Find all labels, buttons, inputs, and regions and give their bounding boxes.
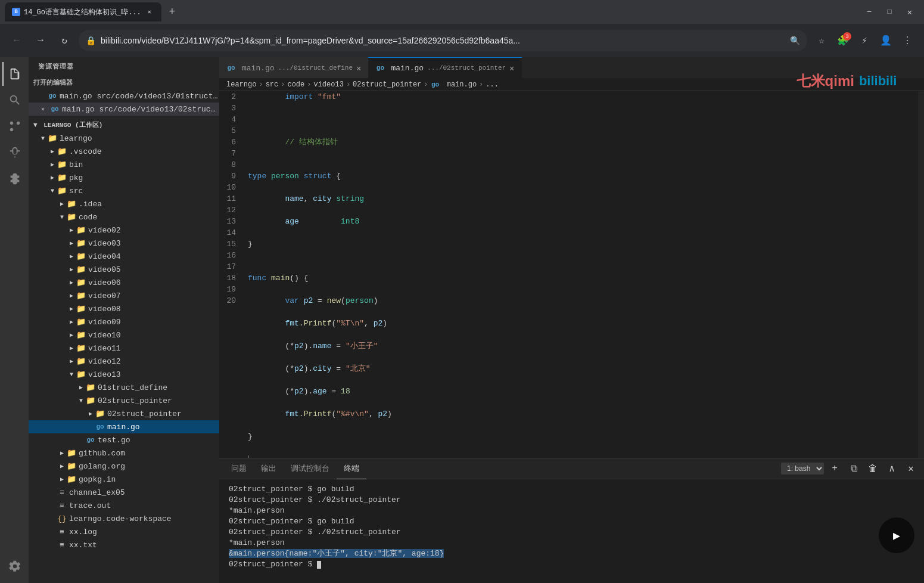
open-file-2[interactable]: ✕ go main.go src/code/video13/02struct_p… <box>29 103 219 116</box>
bc-src[interactable]: src <box>266 80 279 89</box>
tree-vscode[interactable]: ▶ 📁 .vscode <box>29 145 219 158</box>
ln-17: 17 <box>219 261 236 272</box>
term-line-1: 02struct_pointer $ go build <box>229 484 914 495</box>
tree-channel[interactable]: ≡ channel_ex05 <box>29 486 219 499</box>
tree-video03[interactable]: ▶ 📁 video03 <box>29 237 219 250</box>
folder-icon: 📁 <box>76 238 86 248</box>
tree-workspace[interactable]: {} learngo.code-workspace <box>29 512 219 525</box>
tree-src[interactable]: ▼ 📁 src <box>29 184 219 197</box>
tree-video13[interactable]: ▼ 📁 video13 <box>29 368 219 381</box>
term-line-4: 02struct_pointer $ go build <box>229 516 914 527</box>
activity-debug[interactable] <box>2 141 26 165</box>
tree-xxlog[interactable]: ≡ xx.log <box>29 525 219 538</box>
split-terminal-btn[interactable]: ⧉ <box>845 460 862 477</box>
terminal-dropdown[interactable]: 1: bash <box>781 463 824 475</box>
tree-02struct-sub[interactable]: ▶ 📁 02struct_pointer <box>29 407 219 420</box>
tree-video10[interactable]: ▶ 📁 video10 <box>29 328 219 342</box>
bc-02struct[interactable]: 02struct_pointer <box>353 80 421 89</box>
folder-icon: 📁 <box>76 278 86 287</box>
maximize-panel-btn[interactable]: ∧ <box>883 460 900 477</box>
bookmark-btn[interactable]: ☆ <box>812 31 831 50</box>
tree-video05[interactable]: ▶ 📁 video05 <box>29 263 219 276</box>
tree-02struct[interactable]: ▼ 📁 02struct_pointer <box>29 394 219 407</box>
activity-settings[interactable] <box>2 554 26 578</box>
folder-label-video06: video06 <box>88 278 121 287</box>
new-terminal-btn[interactable]: + <box>826 460 843 477</box>
terminal-content[interactable]: 02struct_pointer $ go build 02struct_poi… <box>219 479 924 583</box>
scrollbar[interactable] <box>918 91 924 458</box>
address-bar[interactable]: 🔒 bilibili.com/video/BV1ZJ411W7jG/?p=14&… <box>79 30 807 51</box>
window-minimize-btn[interactable]: − <box>860 2 879 21</box>
bc-learngo[interactable]: learngo <box>226 80 256 89</box>
tree-code[interactable]: ▼ 📁 code <box>29 210 219 224</box>
activity-extensions[interactable] <box>2 167 26 191</box>
tree-video08[interactable]: ▶ 📁 video08 <box>29 302 219 315</box>
tree-video07[interactable]: ▶ 📁 video07 <box>29 289 219 302</box>
window-maximize-btn[interactable]: □ <box>880 2 899 21</box>
panel-tab-debug[interactable]: 调试控制台 <box>284 458 337 479</box>
ln-8: 8 <box>219 159 236 170</box>
tree-video02[interactable]: ▶ 📁 video02 <box>29 224 219 237</box>
tree-main-go[interactable]: go main.go <box>29 420 219 433</box>
tree-video11[interactable]: ▶ 📁 video11 <box>29 342 219 355</box>
go-file-icon: go <box>48 92 57 100</box>
activity-git[interactable] <box>2 114 26 138</box>
tree-gopkg[interactable]: ▶ 📁 gopkg.in <box>29 473 219 486</box>
activity-bar <box>0 57 29 583</box>
code-editor[interactable]: 2 3 4 5 6 7 8 9 10 11 12 13 14 15 16 17 <box>219 91 924 458</box>
extension-btn extension-badge[interactable]: 🧩 3 <box>833 31 853 50</box>
tree-01struct[interactable]: ▶ 📁 01struct_define <box>29 381 219 394</box>
folder-arrow: ▼ <box>67 371 76 378</box>
profile-btn[interactable]: 👤 <box>876 31 895 50</box>
open-file-label-2: main.go src/code/video13/02struct_poin..… <box>62 105 219 114</box>
kill-terminal-btn[interactable]: 🗑 <box>864 460 881 477</box>
browser-tab-active[interactable]: B 14_Go语言基础之结构体初识_哔... ✕ <box>5 2 161 21</box>
tree-learngo[interactable]: ▼ 📁 learngo <box>29 132 219 145</box>
extensions-manager-btn[interactable]: ⚡ <box>855 31 874 50</box>
panel-tab-output[interactable]: 输出 <box>254 458 284 479</box>
code-line-17: (*p2).age = 18 <box>248 386 918 397</box>
tab-close-1[interactable]: ✕ <box>356 63 361 73</box>
tree-golang[interactable]: ▶ 📁 golang.org <box>29 460 219 473</box>
panel-tab-problems[interactable]: 问题 <box>224 458 254 479</box>
activity-files[interactable] <box>2 62 26 86</box>
tree-test-go[interactable]: go test.go <box>29 433 219 446</box>
bc-maingo[interactable]: go main.go <box>431 80 477 89</box>
breadcrumb: learngo › src › code › video13 › 02struc… <box>219 78 924 91</box>
refresh-button[interactable]: ↻ <box>55 31 74 50</box>
editor-tab-2[interactable]: go main.go .../02struct_pointer ✕ <box>368 57 521 78</box>
workspace-section[interactable]: ▼ LEARNGO (工作区) <box>29 118 219 132</box>
bc-ellipsis[interactable]: ... <box>486 80 499 89</box>
folder-label-github: github.com <box>79 449 125 458</box>
tree-bin[interactable]: ▶ 📁 bin <box>29 158 219 171</box>
tree-video09[interactable]: ▶ 📁 video09 <box>29 315 219 328</box>
tab-bar: B 14_Go语言基础之结构体初识_哔... ✕ + − □ ✕ <box>0 0 924 24</box>
back-button[interactable]: ← <box>7 31 26 50</box>
code-area[interactable]: import "fmt" // 结构体指针 type person struct… <box>243 91 918 458</box>
tree-pkg[interactable]: ▶ 📁 pkg <box>29 171 219 184</box>
tree-github[interactable]: ▶ 📁 github.com <box>29 446 219 460</box>
activity-search[interactable] <box>2 88 26 112</box>
tree-video06[interactable]: ▶ 📁 video06 <box>29 276 219 289</box>
close-panel-btn[interactable]: ✕ <box>903 460 919 477</box>
bc-code[interactable]: code <box>287 80 304 89</box>
window-close-btn[interactable]: ✕ <box>900 2 919 21</box>
video-play-button[interactable] <box>879 517 914 553</box>
tree-video12[interactable]: ▶ 📁 video12 <box>29 355 219 368</box>
folder-icon: 📁 <box>76 370 86 379</box>
tree-trace[interactable]: ≡ trace.out <box>29 499 219 512</box>
tree-idea[interactable]: ▶ 📁 .idea <box>29 197 219 210</box>
bc-video13[interactable]: video13 <box>313 80 343 89</box>
tab-close-2[interactable]: ✕ <box>509 63 514 73</box>
tree-video04[interactable]: ▶ 📁 video04 <box>29 250 219 263</box>
new-tab-button[interactable]: + <box>164 4 181 20</box>
forward-button[interactable]: → <box>31 31 50 50</box>
folder-label-pkg: pkg <box>69 173 83 182</box>
menu-btn[interactable]: ⋮ <box>898 31 917 50</box>
tab-close-btn[interactable]: ✕ <box>145 7 154 17</box>
close-icon[interactable]: ✕ <box>38 106 48 113</box>
open-file-1[interactable]: go main.go src/code/video13/01struct_def… <box>29 89 219 103</box>
tree-xxtxt[interactable]: ≡ xx.txt <box>29 538 219 551</box>
panel-tab-terminal[interactable]: 终端 <box>337 458 366 479</box>
editor-tab-1[interactable]: go main.go .../01struct_define ✕ <box>219 57 368 78</box>
